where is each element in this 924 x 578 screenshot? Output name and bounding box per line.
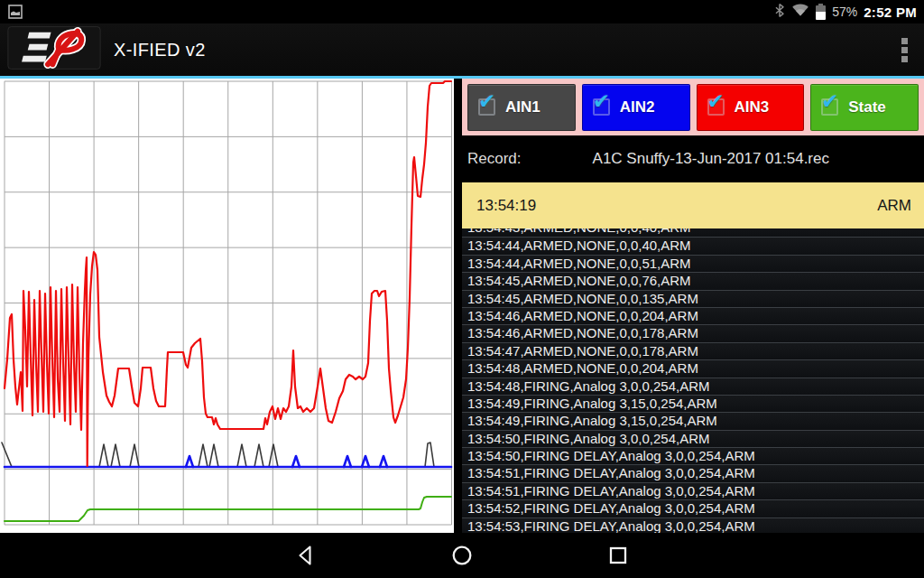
checkbox-checked-icon: ✔ [478, 98, 495, 116]
log-row[interactable]: 13:54:44,ARMED,NONE,0,0,51,ARM [462, 255, 924, 272]
record-label: Record: [462, 150, 522, 168]
log-row[interactable]: 13:54:49,FIRING,Analog 3,15,0,254,ARM [462, 412, 924, 429]
log-row[interactable]: 13:54:46,ARMED,NONE,0,0,178,ARM [462, 324, 924, 341]
page-title: X-IFIED v2 [114, 40, 206, 61]
toggle-label: State [848, 98, 886, 117]
selected-log-time: 13:54:19 [476, 197, 536, 215]
log-row[interactable]: 13:54:48,FIRING,Analog 3,0,0,254,ARM [462, 378, 924, 395]
checkbox-checked-icon: ✔ [821, 98, 838, 116]
app-bar: X-IFIED v2 [0, 23, 924, 76]
toggle-ain1[interactable]: ✔AIN1 [467, 84, 576, 131]
toggle-ain3[interactable]: ✔AIN3 [697, 84, 805, 131]
chart-panel [0, 79, 454, 533]
log-row[interactable]: 13:54:52,FIRING DELAY,Analog 3,0,0,254,A… [462, 499, 924, 517]
channel-toggle-bar: ✔AIN1✔AIN2✔AIN3✔State [462, 79, 924, 135]
log-row[interactable]: 13:54:44,ARMED,NONE,0,0,40,ARM [462, 237, 924, 254]
toggle-ain2[interactable]: ✔AIN2 [582, 84, 690, 131]
back-button[interactable] [295, 545, 318, 567]
signal-chart[interactable] [0, 79, 454, 533]
clock: 2:52 PM [864, 5, 917, 20]
bluetooth-icon [774, 3, 785, 22]
selected-log-row[interactable]: 13:54:19 ARM [462, 182, 924, 228]
log-row[interactable]: 13:54:50,FIRING,Analog 3,0,0,254,ARM [462, 430, 924, 447]
wifi-icon [791, 3, 809, 21]
log-row[interactable]: 13:54:45,ARMED,NONE,0,0,76,ARM [462, 272, 924, 289]
battery-icon [816, 5, 826, 20]
toggle-label: AIN3 [735, 98, 770, 117]
screenshot-notification-icon [7, 4, 23, 20]
log-row[interactable]: 13:54:47,ARMED,NONE,0,0,178,ARM [462, 342, 924, 359]
toggle-label: AIN1 [505, 98, 541, 117]
battery-percent: 57% [832, 5, 857, 19]
toggle-state[interactable]: ✔State [810, 84, 919, 131]
log-row[interactable]: 13:54:50,FIRING DELAY,Analog 3,0,0,254,A… [462, 447, 924, 464]
screen: 57% 2:52 PM X-IFIED v2 [0, 0, 924, 578]
log-row[interactable]: 13:54:46,ARMED,NONE,0,0,204,ARM [462, 307, 924, 324]
log-row[interactable]: 13:54:43,ARMED,NONE,0,0,40,ARM [462, 228, 924, 237]
log-list[interactable]: 13:54:43,ARMED,NONE,0,0,40,ARM13:54:44,A… [462, 228, 924, 533]
right-panel: ✔AIN1✔AIN2✔AIN3✔State Record: A1C Snuffy… [462, 79, 924, 533]
recents-button[interactable] [607, 545, 630, 567]
app-logo-icon [7, 25, 101, 74]
log-row[interactable]: 13:54:45,ARMED,NONE,0,0,135,ARM [462, 290, 924, 307]
log-row[interactable]: 13:54:51,FIRING DELAY,Analog 3,0,0,254,A… [462, 464, 924, 481]
log-row[interactable]: 13:54:51,FIRING DELAY,Analog 3,0,0,254,A… [462, 482, 924, 499]
checkbox-checked-icon: ✔ [707, 98, 725, 116]
log-row[interactable]: 13:54:48,ARMED,NONE,0,0,204,ARM [462, 359, 924, 377]
record-filename[interactable]: A1C Snuffy-13-Jun-2017 01:54.rec [522, 150, 924, 168]
android-nav-bar [0, 533, 924, 578]
checkbox-checked-icon: ✔ [593, 98, 610, 116]
selected-log-state: ARM [877, 197, 911, 215]
log-row[interactable]: 13:54:49,FIRING,Analog 3,15,0,254,ARM [462, 395, 924, 412]
home-button[interactable] [451, 545, 474, 567]
toggle-label: AIN2 [620, 98, 655, 117]
overflow-menu-button[interactable] [894, 31, 915, 70]
record-row: Record: A1C Snuffy-13-Jun-2017 01:54.rec [462, 135, 924, 182]
log-row[interactable]: 13:54:53,FIRING DELAY,Analog 3,0,0,254,A… [462, 517, 924, 533]
status-bar: 57% 2:52 PM [0, 0, 924, 23]
